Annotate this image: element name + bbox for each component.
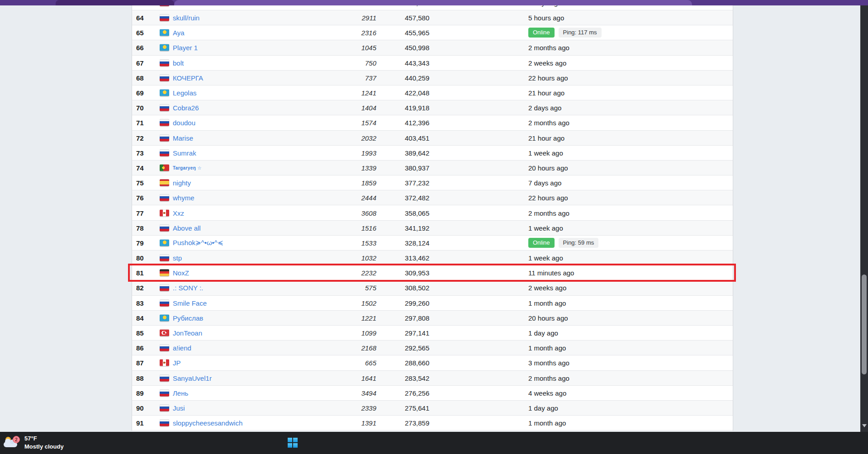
last-seen-cell: 3 months ago — [528, 359, 569, 367]
country-flag-icon — [160, 194, 169, 201]
player-name-link[interactable]: skull/ruin — [173, 14, 199, 22]
stat-cell: 1032 — [322, 254, 376, 262]
last-seen-cell: 2 days ago — [528, 104, 561, 112]
table-row: 74 Targaryeŋ ☆ 1339 380,937 20 hours ago — [132, 161, 733, 175]
rank-cell: 77 — [136, 209, 154, 217]
country-flag-icon — [160, 374, 169, 381]
scrollbar-down-arrow-icon[interactable] — [862, 424, 867, 427]
player-name-link[interactable]: Pushok≽^•ω•^≼ — [173, 239, 223, 247]
rank-cell: 85 — [136, 329, 154, 337]
country-flag-icon — [160, 119, 169, 126]
player-name-link[interactable]: Sumrak — [173, 149, 196, 156]
rank-cell: 81 — [136, 269, 154, 277]
player-name-link[interactable]: Smile Face — [173, 299, 207, 307]
table-row: 77 Xxz 3608 358,065 2 months ago — [132, 205, 733, 220]
scrollbar-thumb[interactable] — [862, 274, 867, 374]
player-name-link[interactable]: Marise — [173, 134, 193, 142]
last-seen-cell: 4 weeks ago — [528, 389, 566, 397]
player-name-link[interactable]: nighty — [173, 179, 191, 187]
player-name-link[interactable]: whyme — [173, 194, 194, 202]
table-row: 73 Sumrak 1993 389,642 1 week ago — [132, 146, 733, 161]
rank-cell: 67 — [136, 59, 154, 66]
rank-cell: 69 — [136, 89, 154, 97]
player-name-link[interactable]: Targaryeŋ ☆ — [173, 165, 202, 170]
last-seen-cell: 1 month ago — [528, 419, 566, 427]
player-name-link[interactable]: Рубислав — [173, 314, 203, 322]
country-flag-icon — [160, 14, 169, 21]
browser-tab-dark[interactable] — [56, 0, 174, 5]
player-name-link[interactable]: doudou — [173, 119, 195, 127]
stat-cell: 1859 — [322, 179, 376, 187]
rank-cell: 66 — [136, 44, 154, 52]
table-row: 64 skull/ruin 2911 457,580 5 hours ago — [132, 10, 733, 25]
table-row: 71 doudou 1574 412,396 2 months ago — [132, 115, 733, 130]
player-name-link[interactable]: SanyaUvel1r — [173, 374, 212, 382]
ping-badge: Ping: 59 ms — [559, 238, 599, 248]
last-seen-cell: 2 months ago — [528, 44, 569, 52]
player-name-link[interactable]: Player 1 — [173, 44, 198, 52]
stat-cell: 1993 — [322, 149, 376, 156]
player-name-link[interactable]: Aya — [173, 29, 185, 37]
status-badges: Online Ping: 117 ms — [528, 28, 602, 38]
score-cell: 377,232 — [405, 179, 429, 187]
player-name-link[interactable]: wattie — [173, 5, 190, 7]
score-cell: 309,953 — [405, 269, 429, 277]
stat-cell: 1574 — [322, 119, 376, 127]
country-flag-icon — [160, 284, 169, 291]
country-flag-icon — [160, 29, 169, 36]
player-name-link[interactable]: Cobra26 — [173, 104, 199, 112]
browser-tab-active[interactable] — [174, 0, 692, 5]
table-row: 79 Pushok≽^•ω•^≼ 1533 328,124 Online Pin… — [132, 236, 733, 251]
rank-cell: 68 — [136, 74, 154, 81]
last-seen-cell: 22 hours ago — [528, 194, 568, 202]
rank-cell: 88 — [136, 374, 154, 382]
score-cell: 455,965 — [405, 29, 429, 37]
score-cell: 358,065 — [405, 209, 429, 217]
player-name-link[interactable]: JP — [173, 359, 181, 367]
stat-cell: 327 — [322, 5, 376, 7]
score-cell: 299,260 — [405, 299, 429, 307]
last-seen-cell: 7 days ago — [528, 5, 561, 7]
weather-widget[interactable]: 2 57°F Mostly cloudy — [3, 433, 93, 453]
table-row: 80 stp 1032 313,462 1 week ago — [132, 251, 733, 265]
table-row: 78 Above all 1516 341,192 1 week ago — [132, 221, 733, 236]
country-flag-icon — [160, 134, 169, 141]
player-name-link[interactable]: Xxz — [173, 209, 184, 217]
player-name-link[interactable]: Jusi — [173, 404, 185, 411]
player-name-link[interactable]: Лень — [173, 389, 188, 397]
player-name-link[interactable]: JonTeoan — [173, 329, 202, 337]
player-name-link[interactable]: Above all — [173, 224, 201, 232]
stat-cell: 1099 — [322, 329, 376, 337]
table-row: 65 Aya 2316 455,965 Online Ping: 117 ms — [132, 25, 733, 40]
start-button[interactable] — [288, 438, 298, 448]
player-name-link[interactable]: КОЧЕРГА — [173, 74, 203, 81]
score-cell: 419,918 — [405, 104, 429, 112]
player-name-link[interactable]: a!iend — [173, 344, 191, 352]
country-flag-icon — [160, 209, 169, 216]
last-seen-cell: 2 months ago — [528, 209, 569, 217]
rank-cell: 91 — [136, 419, 154, 427]
player-name-link[interactable]: bolt — [173, 59, 184, 66]
score-cell: 273,859 — [405, 419, 429, 427]
stat-cell: 1045 — [322, 44, 376, 52]
stat-cell: 1641 — [322, 374, 376, 382]
weather-alert-badge: 2 — [13, 436, 20, 443]
score-cell: 440,259 — [405, 74, 429, 81]
weather-icon: 2 — [4, 436, 21, 450]
country-flag-icon — [160, 345, 169, 351]
scrollbar-track[interactable] — [860, 5, 868, 432]
stat-cell: 1533 — [322, 239, 376, 246]
country-flag-icon — [160, 59, 169, 66]
player-name-link[interactable]: sloppycheesesandwich — [173, 419, 242, 427]
player-name-link[interactable]: NoxZ — [173, 269, 189, 277]
stat-cell: 2316 — [322, 29, 376, 37]
stat-cell: 1221 — [322, 314, 376, 322]
player-name-link[interactable]: .: SONY :. — [173, 284, 203, 292]
score-cell: 283,542 — [405, 374, 429, 382]
player-name-link[interactable]: stp — [173, 254, 182, 262]
player-name-link[interactable]: Legolas — [173, 89, 197, 97]
score-cell: 403,451 — [405, 134, 429, 142]
score-cell: 292,565 — [405, 344, 429, 352]
last-seen-cell: 1 month ago — [528, 299, 566, 307]
last-seen-cell: 2 weeks ago — [528, 59, 566, 66]
